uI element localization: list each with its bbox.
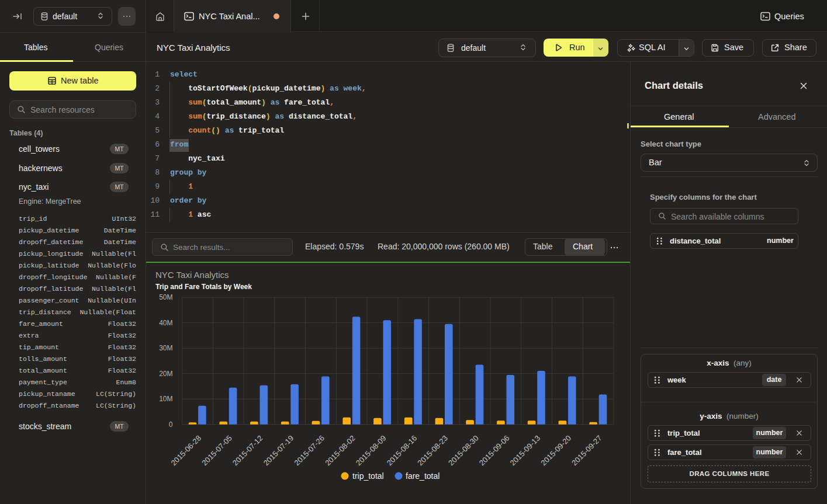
svg-text:0: 0	[169, 420, 173, 429]
svg-text:2015-09-06: 2015-09-06	[477, 434, 511, 468]
svg-text:2015-07-19: 2015-07-19	[262, 434, 296, 468]
svg-text:10M: 10M	[159, 395, 172, 403]
svg-text:20M: 20M	[159, 370, 172, 378]
svg-text:2015-08-16: 2015-08-16	[385, 434, 419, 468]
svg-text:2015-07-05: 2015-07-05	[200, 434, 234, 468]
svg-text:2015-07-26: 2015-07-26	[292, 434, 326, 468]
svg-text:2015-08-09: 2015-08-09	[354, 434, 388, 468]
svg-text:2015-06-28: 2015-06-28	[169, 434, 203, 468]
svg-text:2015-08-30: 2015-08-30	[447, 434, 480, 468]
svg-text:2015-08-23: 2015-08-23	[416, 434, 449, 468]
svg-text:trip_total: trip_total	[352, 471, 384, 481]
svg-text:2015-08-02: 2015-08-02	[323, 434, 357, 468]
svg-text:40M: 40M	[159, 319, 172, 327]
svg-text:2015-09-20: 2015-09-20	[539, 434, 573, 468]
svg-text:30M: 30M	[159, 344, 172, 352]
svg-text:2015-09-13: 2015-09-13	[508, 434, 542, 468]
svg-text:2015-09-27: 2015-09-27	[570, 434, 604, 468]
svg-text:2015-07-12: 2015-07-12	[231, 434, 265, 468]
svg-text:fare_total: fare_total	[406, 471, 440, 481]
svg-text:50M: 50M	[159, 293, 172, 301]
